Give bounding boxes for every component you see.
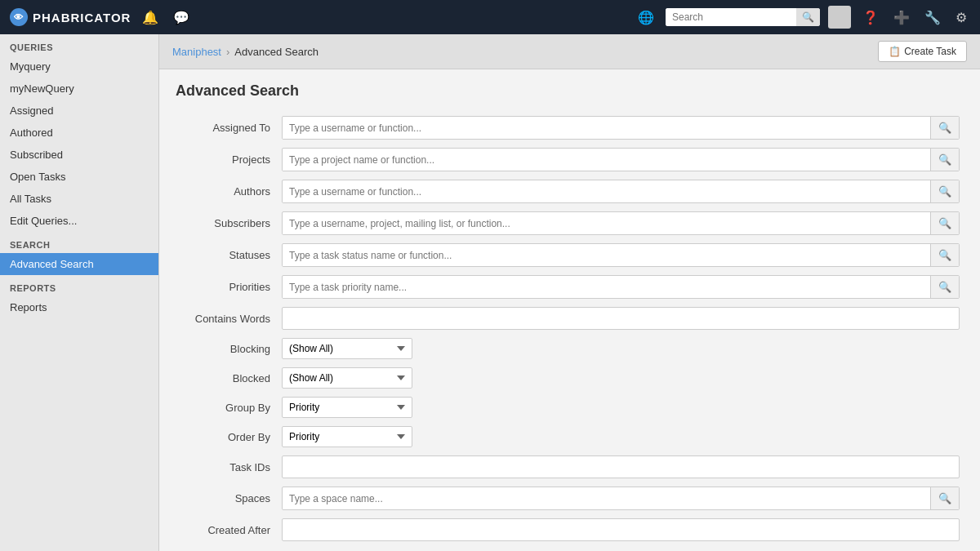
spaces-label: Spaces bbox=[176, 492, 282, 504]
search-input[interactable] bbox=[666, 8, 796, 26]
priorities-row: Priorities 🔍 bbox=[176, 275, 960, 299]
projects-input-group: 🔍 bbox=[282, 148, 960, 171]
statuses-label: Statuses bbox=[176, 249, 282, 261]
spaces-wrap: 🔍 bbox=[282, 487, 960, 510]
created-after-row: Created After bbox=[176, 518, 960, 541]
subscribers-row: Subscribers 🔍 bbox=[176, 211, 960, 235]
page-title: Advanced Search bbox=[176, 82, 964, 100]
projects-input[interactable] bbox=[283, 149, 930, 171]
bell-icon[interactable]: 🔔 bbox=[139, 7, 162, 29]
task-ids-input[interactable] bbox=[282, 455, 960, 478]
navbar: 👁 PHABRICATOR 🔔 💬 🌐 🔍 ❓ ➕ 🔧 ⚙ bbox=[0, 0, 980, 34]
subscribers-wrap: 🔍 bbox=[282, 211, 960, 235]
sidebar-item-mynewquery[interactable]: myNewQuery bbox=[0, 78, 158, 100]
priorities-input-group: 🔍 bbox=[282, 275, 960, 299]
projects-wrap: 🔍 bbox=[282, 148, 960, 171]
subscribers-search-btn[interactable]: 🔍 bbox=[930, 212, 959, 234]
assigned-to-input[interactable] bbox=[283, 118, 930, 139]
breadcrumb-parent[interactable]: Maniphest bbox=[172, 46, 221, 58]
spaces-row: Spaces 🔍 bbox=[176, 487, 960, 510]
spaces-input-group: 🔍 bbox=[282, 487, 960, 510]
assigned-to-row: Assigned To 🔍 bbox=[176, 116, 960, 140]
task-ids-row: Task IDs bbox=[176, 455, 960, 478]
app-name: PHABRICATOR bbox=[33, 11, 131, 24]
group-by-row: Group By Priority Project Assigned Repor… bbox=[176, 397, 960, 418]
projects-search-btn[interactable]: 🔍 bbox=[930, 149, 959, 171]
sidebar-item-authored[interactable]: Authored bbox=[0, 122, 158, 144]
statuses-input-group: 🔍 bbox=[282, 243, 960, 267]
help-icon[interactable]: ❓ bbox=[859, 7, 882, 29]
sidebar-item-assigned[interactable]: Assigned bbox=[0, 100, 158, 122]
logo-icon: 👁 bbox=[10, 8, 28, 26]
sidebar-item-edit-queries[interactable]: Edit Queries... bbox=[0, 210, 158, 232]
content-area: Advanced Search Assigned To 🔍 Projects bbox=[159, 69, 980, 551]
add-icon[interactable]: ➕ bbox=[890, 7, 913, 29]
globe-icon[interactable]: 🌐 bbox=[635, 7, 657, 29]
order-by-row: Order By Priority Updated Created Title bbox=[176, 426, 960, 447]
app-logo[interactable]: 👁 PHABRICATOR bbox=[10, 8, 131, 26]
layout: QUERIES Myquery myNewQuery Assigned Auth… bbox=[0, 34, 980, 551]
assigned-to-search-btn[interactable]: 🔍 bbox=[930, 117, 959, 139]
authors-search-btn[interactable]: 🔍 bbox=[930, 180, 959, 202]
priorities-search-btn[interactable]: 🔍 bbox=[930, 276, 959, 298]
breadcrumb: Maniphest › Advanced Search bbox=[172, 46, 318, 58]
statuses-search-btn[interactable]: 🔍 bbox=[930, 244, 959, 266]
blocking-label: Blocking bbox=[176, 343, 282, 355]
breadcrumb-separator: › bbox=[226, 46, 229, 58]
sidebar-item-open-tasks[interactable]: Open Tasks bbox=[0, 166, 158, 188]
settings-icon[interactable]: ⚙ bbox=[952, 7, 970, 29]
contains-words-label: Contains Words bbox=[176, 313, 282, 325]
reports-section-label: REPORTS bbox=[0, 275, 158, 296]
authors-input-group: 🔍 bbox=[282, 180, 960, 203]
spaces-input[interactable] bbox=[283, 488, 930, 509]
priorities-input[interactable] bbox=[283, 277, 930, 298]
group-by-label: Group By bbox=[176, 402, 282, 414]
authors-wrap: 🔍 bbox=[282, 180, 960, 203]
sidebar-item-subscribed[interactable]: Subscribed bbox=[0, 144, 158, 166]
search-button[interactable]: 🔍 bbox=[796, 8, 820, 26]
authors-label: Authors bbox=[176, 185, 282, 198]
assigned-to-wrap: 🔍 bbox=[282, 116, 960, 140]
subscribers-input[interactable] bbox=[283, 213, 930, 234]
sidebar: QUERIES Myquery myNewQuery Assigned Auth… bbox=[0, 34, 159, 551]
avatar[interactable] bbox=[828, 6, 851, 29]
breadcrumb-bar: Maniphest › Advanced Search 📋 Create Tas… bbox=[159, 34, 980, 69]
projects-label: Projects bbox=[176, 153, 282, 166]
sidebar-item-advanced-search[interactable]: Advanced Search bbox=[0, 253, 158, 275]
breadcrumb-current: Advanced Search bbox=[234, 46, 318, 58]
blocked-label: Blocked bbox=[176, 372, 282, 384]
subscribers-label: Subscribers bbox=[176, 217, 282, 229]
authors-row: Authors 🔍 bbox=[176, 180, 960, 203]
navbar-search[interactable]: 🔍 bbox=[666, 8, 820, 26]
statuses-wrap: 🔍 bbox=[282, 243, 960, 267]
blocked-select[interactable]: (Show All) Show Blocked Show Not Blocked bbox=[282, 367, 412, 389]
chat-icon[interactable]: 💬 bbox=[170, 7, 193, 29]
assigned-to-label: Assigned To bbox=[176, 122, 282, 134]
authors-input[interactable] bbox=[283, 181, 930, 202]
advanced-search-form: Assigned To 🔍 Projects 🔍 bbox=[176, 116, 960, 541]
task-ids-label: Task IDs bbox=[176, 461, 282, 473]
order-by-select[interactable]: Priority Updated Created Title bbox=[282, 426, 412, 447]
contains-words-input[interactable] bbox=[282, 307, 960, 330]
create-task-button[interactable]: 📋 Create Task bbox=[878, 41, 967, 62]
statuses-input[interactable] bbox=[283, 245, 930, 266]
sidebar-item-all-tasks[interactable]: All Tasks bbox=[0, 188, 158, 210]
created-after-label: Created After bbox=[176, 524, 282, 536]
task-ids-wrap bbox=[282, 455, 960, 478]
sidebar-item-myquery[interactable]: Myquery bbox=[0, 56, 158, 78]
wrench-icon[interactable]: 🔧 bbox=[921, 7, 944, 29]
blocking-row: Blocking (Show All) Show Blocking Show N… bbox=[176, 338, 960, 359]
assigned-to-input-group: 🔍 bbox=[282, 116, 960, 140]
contains-words-row: Contains Words bbox=[176, 307, 960, 330]
sidebar-item-reports[interactable]: Reports bbox=[0, 296, 158, 318]
spaces-search-btn[interactable]: 🔍 bbox=[930, 487, 959, 509]
order-by-label: Order By bbox=[176, 431, 282, 443]
blocked-row: Blocked (Show All) Show Blocked Show Not… bbox=[176, 367, 960, 389]
group-by-select[interactable]: Priority Project Assigned Reporter Statu… bbox=[282, 397, 412, 418]
create-task-label: Create Task bbox=[904, 46, 956, 57]
order-by-wrap: Priority Updated Created Title bbox=[282, 426, 960, 447]
search-section-label: SEARCH bbox=[0, 232, 158, 253]
blocking-select[interactable]: (Show All) Show Blocking Show Not Blocki… bbox=[282, 338, 412, 359]
created-after-input[interactable] bbox=[282, 518, 960, 541]
blocking-wrap: (Show All) Show Blocking Show Not Blocki… bbox=[282, 338, 960, 359]
